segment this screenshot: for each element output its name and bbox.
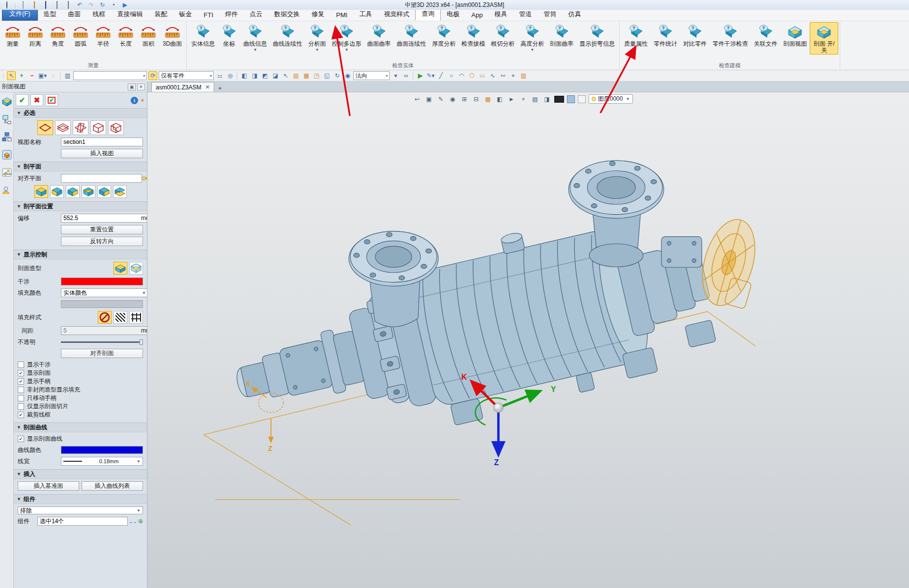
- checkbox-box[interactable]: [18, 395, 24, 401]
- ribbon-button[interactable]: ? 坐标 ▼: [218, 22, 240, 48]
- pick-face-icon[interactable]: ◨: [250, 71, 259, 80]
- render-image-icon[interactable]: [1, 167, 12, 178]
- pick-edge-icon[interactable]: ◩: [260, 71, 269, 80]
- section-curves-header[interactable]: ▼剖面曲线: [14, 423, 147, 432]
- box-section-button[interactable]: [90, 120, 106, 135]
- menu-item[interactable]: 仿真: [562, 8, 587, 21]
- menu-item[interactable]: 装配: [149, 8, 173, 21]
- ribbon-button[interactable]: ? 零件干涉检查 ▼: [710, 22, 751, 48]
- entity-filter-combo[interactable]: 仅有零件▾: [159, 71, 214, 80]
- ribbon-button[interactable]: 3D曲面 ▼: [160, 22, 185, 48]
- opacity-slider-handle[interactable]: [140, 339, 143, 345]
- ribbon-button[interactable]: 面积 ▼: [137, 22, 160, 48]
- ribbon-button[interactable]: 长度 ▼: [114, 22, 137, 48]
- pick-entity-icon[interactable]: [142, 174, 147, 182]
- plane-top-button[interactable]: [34, 185, 48, 198]
- no-fill-button[interactable]: [98, 311, 112, 324]
- align-plane-field[interactable]: [61, 174, 142, 183]
- checkbox-box[interactable]: [18, 378, 24, 385]
- offset-input[interactable]: [63, 215, 140, 222]
- select-pointer-icon[interactable]: ↖: [7, 71, 16, 80]
- normal-view-combo[interactable]: 法向▾: [353, 71, 390, 80]
- menu-item[interactable]: 管道: [513, 8, 538, 21]
- info-icon[interactable]: i: [131, 97, 138, 104]
- list-manager-icon[interactable]: ▤: [291, 71, 300, 80]
- align-section-button[interactable]: 对齐剖面: [61, 349, 143, 358]
- ribbon-button[interactable]: 测量 ▼: [1, 22, 24, 48]
- panel-collapse-icon[interactable]: ▣: [128, 84, 136, 90]
- apply-button[interactable]: ✔: [45, 94, 58, 106]
- menu-item[interactable]: 工具: [353, 8, 378, 21]
- polygon-tool-icon[interactable]: ⬠: [467, 71, 476, 80]
- spline-tool-icon[interactable]: ∿: [488, 71, 497, 80]
- corner-box-section-button[interactable]: [108, 120, 124, 135]
- ribbon-button[interactable]: ? 关联文件 ▼: [751, 22, 780, 48]
- constraint-manager-icon[interactable]: [1, 114, 12, 125]
- document-tab[interactable]: asm0001.Z3ASM ✕: [151, 82, 214, 92]
- right-bearing-block[interactable]: [661, 237, 702, 268]
- ribbon-button[interactable]: 距离 ▼: [24, 22, 47, 48]
- pin-panel-icon[interactable]: ➧: [140, 97, 145, 104]
- remove-selection-icon[interactable]: −: [28, 71, 36, 80]
- exclude-select[interactable]: ▼: [18, 506, 143, 514]
- cut-transparent-button[interactable]: [129, 262, 143, 275]
- combo-dropdown-icon[interactable]: ▾: [391, 71, 400, 80]
- menu-item[interactable]: 直接编辑: [112, 8, 149, 21]
- dim-toggle-icon[interactable]: ⚏: [215, 71, 224, 80]
- show-section-curves-checkbox[interactable]: 显示剖面曲线: [18, 435, 143, 443]
- menu-item[interactable]: 钣金: [173, 8, 198, 21]
- display-checkbox[interactable]: 显示干涉: [18, 361, 143, 369]
- cancel-button[interactable]: ✖: [30, 94, 43, 106]
- section-plane-header[interactable]: ▼剖平面: [14, 162, 147, 171]
- lasso-icon[interactable]: ◌: [49, 71, 57, 80]
- insert-datum-button[interactable]: 插入基准面: [18, 481, 79, 491]
- hatch-fill-button[interactable]: [114, 311, 127, 324]
- plane-section-button[interactable]: [37, 120, 53, 135]
- tab-close-icon[interactable]: ✕: [205, 84, 210, 90]
- view-name-input[interactable]: [63, 139, 141, 145]
- expand-list-icon[interactable]: ⌄⌄: [129, 519, 137, 524]
- menu-item[interactable]: App: [465, 10, 488, 21]
- checkbox-box[interactable]: [18, 436, 24, 442]
- dropdown-arrow-icon[interactable]: ▼: [253, 48, 257, 52]
- selection-combo[interactable]: ▾: [73, 71, 147, 80]
- pointer-alt-icon[interactable]: ↖: [281, 71, 290, 80]
- plane-position-header[interactable]: ▼剖平面位置: [14, 202, 147, 211]
- new-tab-button[interactable]: +: [214, 84, 226, 92]
- exclude-dropdown-icon[interactable]: ▼: [137, 508, 141, 513]
- ribbon-button[interactable]: ? 检查拔模 ▼: [458, 22, 488, 48]
- model-canvas[interactable]: ↩ ▣ ✎ ◉ ⊞ ⊟ ▦ ◧ ► + ▤ ◨ ■: [147, 92, 909, 588]
- ribbon-button[interactable]: ? 曲面连续性 ▼: [394, 22, 429, 48]
- line-tool-icon[interactable]: ╱: [436, 71, 445, 80]
- checkbox-box[interactable]: [18, 362, 24, 368]
- dropdown-arrow-icon[interactable]: ▼: [344, 48, 348, 52]
- pick-part-icon[interactable]: ◧: [240, 71, 249, 80]
- ribbon-button[interactable]: 半径 ▼: [92, 22, 114, 48]
- components-header[interactable]: ▼组件: [14, 495, 147, 504]
- insert-curvelist-button[interactable]: 插入曲线列表: [82, 481, 143, 491]
- user-role-icon[interactable]: [1, 185, 12, 196]
- reset-position-button[interactable]: 重置位置: [61, 225, 143, 234]
- ribbon-button[interactable]: ? 对比零件 ▼: [680, 22, 710, 48]
- spacing-field[interactable]: mm ▲▼: [61, 326, 147, 335]
- circle-tool-icon[interactable]: ○: [447, 71, 455, 80]
- panel-close-icon[interactable]: ✕: [137, 84, 145, 90]
- plane-left-button[interactable]: [50, 185, 64, 198]
- display-checkbox[interactable]: 非封闭造型显示填充: [18, 386, 143, 394]
- display-checkbox[interactable]: 显示手柄: [18, 377, 143, 386]
- ribbon-button[interactable]: ? 控制多边形 ▼: [329, 22, 364, 53]
- glasses-icon[interactable]: ∞: [401, 71, 410, 80]
- cut-solid-button[interactable]: [114, 262, 127, 275]
- menu-item[interactable]: 曲面: [62, 8, 87, 21]
- curve-color-swatch[interactable]: [61, 446, 143, 454]
- offset-field[interactable]: mm ▲▼: [61, 214, 147, 223]
- rect-tool-icon[interactable]: ▭: [478, 71, 486, 80]
- fill-color-select[interactable]: ▼: [61, 288, 147, 297]
- color-table-icon[interactable]: ▦: [302, 71, 311, 80]
- curve-tool-icon[interactable]: ∾: [498, 71, 507, 80]
- offset-planes-section-button[interactable]: [55, 120, 71, 135]
- menu-item[interactable]: FTI: [198, 10, 220, 21]
- line-width-dropdown-icon[interactable]: ▼: [137, 459, 141, 464]
- checkbox-box[interactable]: [18, 403, 24, 410]
- ribbon-button[interactable]: ? 剖面 开/关 ▼: [810, 22, 838, 55]
